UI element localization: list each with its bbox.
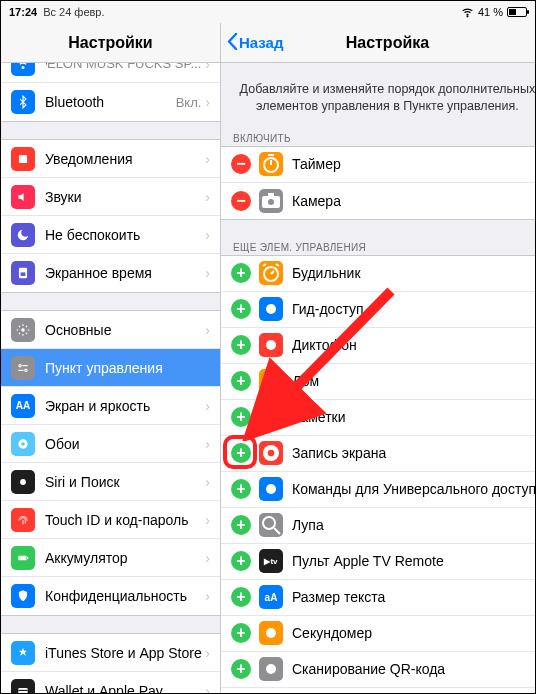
row-icon (11, 546, 35, 570)
chevron-right-icon: › (205, 227, 210, 243)
settings-row-основные[interactable]: Основные› (1, 311, 220, 349)
settings-row-аккумулятор[interactable]: Аккумулятор› (1, 539, 220, 577)
settings-row-экран-и-яркость[interactable]: AAЭкран и яркость› (1, 387, 220, 425)
row-detail: Вкл. (176, 95, 202, 110)
add-button[interactable]: + (231, 659, 251, 679)
chevron-right-icon: › (205, 398, 210, 414)
settings-row-touch-id-и-код-пароль[interactable]: Touch ID и код-пароль› (1, 501, 220, 539)
control-icon (259, 657, 283, 681)
remove-button[interactable]: − (231, 154, 251, 174)
settings-row-siri-и-поиск[interactable]: Siri и Поиск› (1, 463, 220, 501)
add-button[interactable]: + (231, 587, 251, 607)
svg-rect-4 (21, 272, 26, 276)
svg-line-29 (276, 264, 279, 266)
settings-row-wi-fi[interactable]: Wi-FiELON MUSK FUCKS SP...› (1, 63, 220, 83)
settings-right-pane: Назад Настройка Добавляйте и изменяйте п… (221, 23, 535, 693)
control-label: Сканирование QR-кода (292, 661, 535, 677)
svg-point-35 (267, 449, 275, 457)
remove-button[interactable]: − (231, 191, 251, 211)
control-row-секундомер: +Секундомер (221, 616, 535, 652)
control-icon: aA (259, 585, 283, 609)
add-button[interactable]: + (231, 407, 251, 427)
control-icon (259, 369, 283, 393)
battery-percentage: 41 % (478, 6, 503, 18)
control-label: Команды для Универсального доступа (292, 481, 535, 497)
svg-rect-14 (27, 556, 28, 558)
settings-row-пункт-управления[interactable]: Пункт управления (1, 349, 220, 387)
control-row-команды-для-универсального-доступа: +Команды для Универсального доступа (221, 472, 535, 508)
svg-point-31 (266, 340, 276, 350)
row-label: Экранное время (45, 265, 205, 281)
chevron-right-icon: › (205, 151, 210, 167)
row-icon (11, 185, 35, 209)
settings-row-звуки[interactable]: Звуки› (1, 178, 220, 216)
control-row-диктофон: +Диктофон (221, 328, 535, 364)
settings-row-itunes-store-и-app-store[interactable]: iTunes Store и App Store› (1, 634, 220, 672)
control-row-запись-экрана: +Запись экрана (221, 436, 535, 472)
control-row-гид-доступ: +Гид-доступ (221, 292, 535, 328)
add-button[interactable]: + (231, 371, 251, 391)
svg-point-39 (266, 628, 276, 638)
control-label: Дом (292, 373, 535, 389)
add-button[interactable]: + (231, 335, 251, 355)
settings-row-wallet-и-apple-pay[interactable]: Wallet и Apple Pay› (1, 672, 220, 693)
svg-point-36 (266, 484, 276, 494)
svg-point-8 (25, 369, 27, 371)
settings-row-экранное-время[interactable]: Экранное время› (1, 254, 220, 292)
row-label: Bluetooth (45, 94, 176, 110)
chevron-right-icon: › (205, 588, 210, 604)
row-icon (11, 432, 35, 456)
add-button[interactable]: + (231, 479, 251, 499)
svg-point-6 (19, 364, 21, 366)
svg-point-5 (21, 328, 25, 332)
control-row-пульт-apple-tv-remote: +▶tvПульт Apple TV Remote (221, 544, 535, 580)
row-label: Touch ID и код-пароль (45, 512, 205, 528)
svg-point-0 (467, 15, 468, 16)
row-icon (11, 679, 35, 693)
row-icon (11, 90, 35, 114)
row-label: Обои (45, 436, 205, 452)
status-bar: 17:24 Вс 24 февр. 41 % (1, 1, 535, 23)
row-label: Звуки (45, 189, 205, 205)
control-row-сканирование-qr-кода: +Сканирование QR-кода (221, 652, 535, 688)
settings-row-конфиденциальность[interactable]: Конфиденциальность› (1, 577, 220, 615)
add-button[interactable]: + (231, 299, 251, 319)
add-button[interactable]: + (231, 551, 251, 571)
control-row-заметки: +Заметки (221, 400, 535, 436)
row-label: Экран и яркость (45, 398, 205, 414)
svg-line-27 (271, 271, 274, 274)
control-row-лупа: +Лупа (221, 508, 535, 544)
add-button[interactable]: + (231, 263, 251, 283)
control-label: Камера (292, 193, 535, 209)
svg-point-40 (266, 664, 276, 674)
settings-row-обои[interactable]: Обои› (1, 425, 220, 463)
add-button[interactable]: + (231, 515, 251, 535)
row-label: Wallet и Apple Pay (45, 683, 205, 693)
control-row-дом: +Дом (221, 364, 535, 400)
row-icon (11, 318, 35, 342)
add-button[interactable]: + (231, 623, 251, 643)
status-date: Вс 24 февр. (43, 6, 104, 18)
back-button[interactable]: Назад (227, 23, 283, 62)
control-icon (259, 441, 283, 465)
control-label: Пульт Apple TV Remote (292, 553, 535, 569)
control-row-слух: +Слух (221, 688, 535, 693)
settings-row-уведомления[interactable]: Уведомления› (1, 140, 220, 178)
svg-line-28 (263, 264, 266, 266)
control-label: Гид-доступ (292, 301, 535, 317)
svg-point-24 (268, 199, 274, 205)
control-row-камера: −Камера≡ (221, 183, 535, 219)
row-icon (11, 63, 35, 76)
row-icon (11, 223, 35, 247)
add-button[interactable]: + (231, 443, 251, 463)
row-label: Конфиденциальность (45, 588, 205, 604)
row-detail: ELON MUSK FUCKS SP... (47, 63, 201, 71)
settings-row-bluetooth[interactable]: BluetoothВкл.› (1, 83, 220, 121)
chevron-left-icon (227, 33, 238, 53)
row-label: Аккумулятор (45, 550, 205, 566)
row-label: Уведомления (45, 151, 205, 167)
settings-row-не-беспокоить[interactable]: Не беспокоить› (1, 216, 220, 254)
control-icon: ▶tv (259, 549, 283, 573)
control-label: Лупа (292, 517, 535, 533)
row-icon (11, 147, 35, 171)
